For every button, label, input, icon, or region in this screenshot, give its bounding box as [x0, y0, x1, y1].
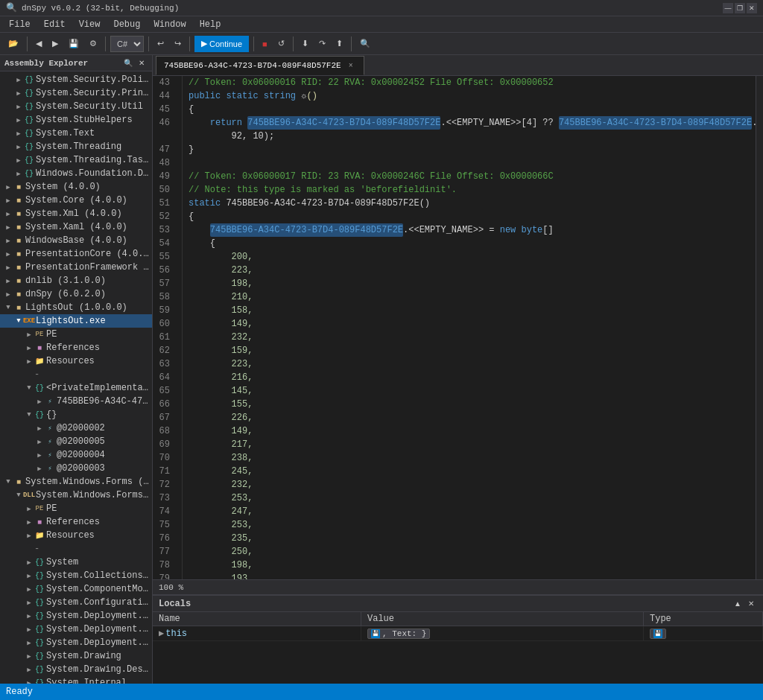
tree-item-system-security-principal[interactable]: ▶ {} System.Security.Principal — [0, 86, 152, 100]
locals-row-this[interactable]: ▶ this 💾 , Text: } 💾 — [153, 626, 763, 641]
tree-item-pe[interactable]: ▶ PE PE — [0, 328, 152, 341]
tree-item-windows-foundation[interactable]: ▶ {} Windows.Foundation.Diagno... — [0, 167, 152, 180]
tree-item-swf-resources[interactable]: ▶ 📁 Resources — [0, 529, 152, 542]
tree-item-ns-drawing-design[interactable]: ▶ {} System.Drawing.Design — [0, 663, 152, 676]
close-button[interactable]: ✕ — [747, 3, 757, 13]
tree-item-system-stub-helpers[interactable]: ▶ {} System.StubHelpers — [0, 113, 152, 127]
minimize-button[interactable]: — — [723, 3, 733, 13]
tree-item-dnlib[interactable]: ▶ ■ dnlib (3.1.0.0) — [0, 274, 152, 287]
tree-item-02000005[interactable]: ▶ ⚡ @02000005 — [0, 435, 152, 448]
active-tab[interactable]: 745BBE96-A34C-4723-B7D4-089F48D57F2E × — [156, 56, 364, 75]
toolbar-forward-button[interactable]: ▶ — [48, 36, 62, 52]
tree-item-ns-deployment-2[interactable]: ▶ {} System.Deployment.Internal.l — [0, 623, 152, 636]
expand-icon: ▶ — [24, 649, 34, 663]
toolbar-step-over-button[interactable]: ↷ — [315, 36, 329, 52]
tree-item-system-xml[interactable]: ▶ ■ System.Xml (4.0.0) — [0, 207, 152, 220]
tree-label: System.StubHelpers — [36, 115, 133, 125]
tree-label: System.Deployment.Internal.l — [46, 637, 149, 648]
toolbar-step-into-button[interactable]: ⬇ — [298, 36, 312, 52]
maximize-button[interactable]: ❐ — [735, 3, 745, 13]
menu-help[interactable]: Help — [194, 17, 227, 32]
sidebar-close-button[interactable]: ✕ — [136, 57, 148, 69]
tree-item-02000002[interactable]: ▶ ⚡ @02000002 — [0, 421, 152, 435]
tree-item-ns-component-model[interactable]: ▶ {} System.ComponentModel — [0, 582, 152, 596]
tree-item-system-windows-forms[interactable]: ▼ ■ System.Windows.Forms (4.0.0) — [0, 475, 152, 489]
sidebar-title: Assembly Explorer — [4, 59, 88, 68]
locals-close-button[interactable]: ✕ — [745, 598, 757, 610]
line-num-79: 79 — [153, 572, 176, 579]
tree-item-references[interactable]: ▶ ■ References — [0, 341, 152, 354]
toolbar-separator-2 — [105, 36, 106, 51]
tree-item-system-threading-tasks[interactable]: ▶ {} System.Threading.Tasks — [0, 153, 152, 167]
language-dropdown[interactable]: C# — [110, 36, 144, 52]
zoom-bar: 100 % — [153, 579, 763, 594]
menu-file[interactable]: File — [3, 17, 37, 32]
tree-item-swf-references[interactable]: ▶ ■ References — [0, 515, 152, 529]
continue-button[interactable]: ▶ Continue — [194, 36, 249, 52]
tree-item-presentation-framework[interactable]: ▶ ■ PresentationFramework (4.0.0) — [0, 261, 152, 274]
tree-item-swf-dll[interactable]: ▼ DLL System.Windows.Forms.dll — [0, 489, 152, 502]
tree-item-ns-system[interactable]: ▶ {} System — [0, 556, 152, 569]
tree-item-lightsout-exe[interactable]: ▼ EXE LightsOut.exe — [0, 314, 152, 328]
toolbar-restart-button[interactable]: ↺ — [274, 36, 288, 52]
tree-item-resources[interactable]: ▶ 📁 Resources — [0, 354, 152, 368]
tree-item-private-impl[interactable]: ▼ {} <PrivateImplementationDeta... — [0, 381, 152, 395]
menu-debug[interactable]: Debug — [107, 17, 146, 32]
tree-item-system-security-policy[interactable]: ▶ {} System.Security.Policy — [0, 73, 152, 86]
sidebar-search-button[interactable]: 🔍 — [122, 57, 134, 69]
toolbar-stop-button[interactable]: ■ — [259, 36, 271, 52]
tree-label: System.Drawing.Design — [46, 664, 149, 675]
tree-item-system-threading[interactable]: ▶ {} System.Threading — [0, 140, 152, 153]
tree-item-system-400[interactable]: ▶ ■ System (4.0.0) — [0, 180, 152, 194]
main-area: Assembly Explorer 🔍 ✕ ▶ {} System.Securi… — [0, 55, 763, 684]
tree-item-ns-collections-specialize[interactable]: ▶ {} System.Collections.Specialize — [0, 569, 152, 582]
code-line-74: 247, — [189, 505, 750, 518]
toolbar-undo-button[interactable]: ↩ — [153, 36, 168, 52]
tree-item-dnspy[interactable]: ▶ ■ dnSpy (6.0.2.0) — [0, 287, 152, 301]
tree-item-ns-internal[interactable]: ▶ {} System.Internal — [0, 676, 152, 684]
sidebar-tree[interactable]: ▶ {} System.Security.Policy ▶ {} System.… — [0, 71, 152, 684]
tree-item-ns-deployment-3[interactable]: ▶ {} System.Deployment.Internal.l — [0, 636, 152, 649]
assembly-icon: ■ — [13, 209, 24, 219]
locals-expand-button[interactable]: ▲ — [732, 598, 744, 610]
menu-edit[interactable]: Edit — [38, 17, 72, 32]
expand-icon: ▶ — [24, 596, 34, 609]
tab-close-button[interactable]: × — [346, 60, 356, 71]
tree-item-windows-base[interactable]: ▶ ■ WindowsBase (4.0.0) — [0, 234, 152, 247]
spaces — [189, 424, 232, 438]
toolbar-open-button[interactable]: 📂 — [4, 36, 22, 52]
assembly-icon: ■ — [13, 302, 24, 313]
menu-window[interactable]: Window — [148, 17, 191, 32]
tree-item-02000003[interactable]: ▶ ⚡ @02000003 — [0, 462, 152, 475]
code-line-73: 253, — [189, 491, 750, 505]
tree-item-lightsout[interactable]: ▼ ■ LightsOut (1.0.0.0) — [0, 301, 152, 314]
toolbar-settings-button[interactable]: ⚙ — [86, 36, 101, 52]
toolbar-step-out-button[interactable]: ⬆ — [332, 36, 346, 52]
tree-item-ns-configuration[interactable]: ▶ {} System.Configuration — [0, 596, 152, 609]
toolbar-redo-button[interactable]: ↪ — [171, 36, 185, 52]
vertical-scrollbar[interactable] — [756, 76, 763, 579]
menu-view[interactable]: View — [73, 17, 107, 32]
tree-item-system-text[interactable]: ▶ {} System.Text — [0, 127, 152, 140]
tree-item-ns-drawing[interactable]: ▶ {} System.Drawing — [0, 649, 152, 663]
tree-item-system-security-util[interactable]: ▶ {} System.Security.Util — [0, 100, 152, 113]
tree-item-system-xaml[interactable]: ▶ ■ System.Xaml (4.0.0) — [0, 220, 152, 234]
toolbar-search-button[interactable]: 🔍 — [356, 36, 374, 52]
toolbar-back-button[interactable]: ◀ — [32, 36, 45, 52]
tree-label: References — [46, 517, 100, 527]
tree-item-field-745bbe96[interactable]: ▶ ⚡ 745BBE96-A34C-4723-B7D... — [0, 395, 152, 408]
tree-item-presentation-core[interactable]: ▶ ■ PresentationCore (4.0.0) — [0, 247, 152, 261]
code-content[interactable]: // Token: 0x06000016 RID: 22 RVA: 0x0000… — [183, 76, 756, 579]
tree-item-swf-pe[interactable]: ▶ PE PE — [0, 502, 152, 515]
tree-item-system-core[interactable]: ▶ ■ System.Core (4.0.0) — [0, 194, 152, 207]
tree-item-braces[interactable]: ▼ {} {} — [0, 408, 152, 421]
tree-label: @02000002 — [57, 423, 105, 433]
tree-item-02000004[interactable]: ▶ ⚡ @02000004 — [0, 448, 152, 462]
code-line-43: // Token: 0x06000016 RID: 22 RVA: 0x0000… — [189, 76, 750, 89]
line-num-73: 73 — [153, 491, 176, 505]
tree-label: dnlib (3.1.0.0) — [25, 276, 106, 286]
namespace-icon: {} — [34, 637, 45, 648]
tree-item-ns-deployment-1[interactable]: ▶ {} System.Deployment.Internal.... — [0, 609, 152, 623]
sidebar-header: Assembly Explorer 🔍 ✕ — [0, 55, 152, 71]
toolbar-save-button[interactable]: 💾 — [65, 36, 83, 52]
